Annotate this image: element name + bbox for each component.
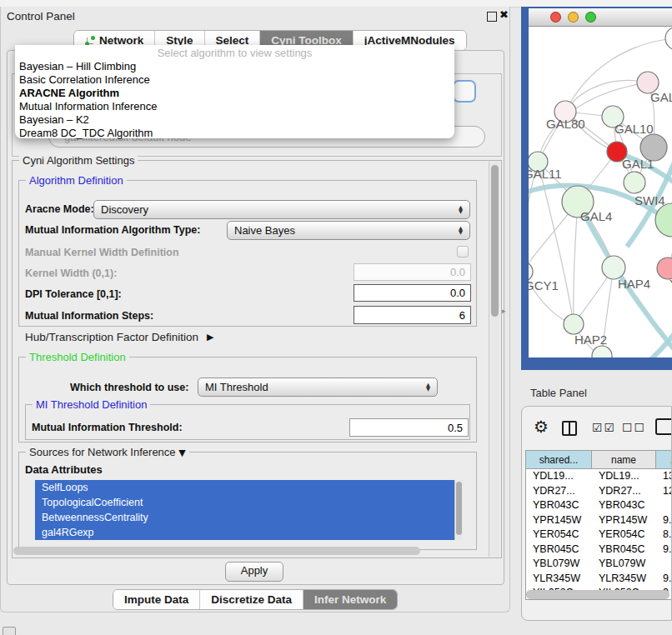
mi-type-combo[interactable]: Naive Bayes ▲▼ [227,221,470,240]
attribute-item-topologicalcoefficient[interactable]: TopologicalCoefficient [35,495,454,510]
manual-kernel-checkbox[interactable] [457,246,469,258]
tab-impute-data[interactable]: Impute Data [113,590,199,609]
table-cell: YBL079W [526,557,592,572]
table-cell: 8. [656,528,672,542]
table-hscrollbar[interactable] [526,590,669,599]
data-attributes-list: SelfLoopsTopologicalCoefficientBetweenne… [35,480,454,540]
table-cell: YBR045C [526,542,592,558]
table-row[interactable]: YLR345WYLR345W9. [526,572,672,587]
float-window-icon[interactable] [487,12,497,22]
which-threshold-combo[interactable]: MI Threshold ▲▼ [198,378,438,397]
dropdown-item-mutual-information-inference[interactable]: Mutual Information Inference [15,100,454,113]
table-row[interactable]: YPR145WYPR145W9. [526,513,672,528]
table-cell: 9. [656,572,672,587]
network-node-hap4[interactable] [602,256,625,279]
table-row[interactable]: YBL079WYBL079W [526,557,672,572]
network-node-label: HAP4 [618,277,650,291]
network-node-label: GAL11 [529,167,562,181]
splitter-handle-icon[interactable]: ▸ [502,307,506,315]
network-node[interactable] [665,27,672,50]
table-cell: YLR345W [592,572,656,587]
attribute-item-selfloops[interactable]: SelfLoops [35,480,454,495]
table-panel-title: Table Panel [530,387,587,399]
aracne-mode-combo[interactable]: Discovery ▲▼ [93,200,470,219]
tab-infer-network[interactable]: Infer Network [303,590,397,609]
settings-vscrollbar[interactable] [489,162,499,557]
column-header-name[interactable]: name [592,451,656,469]
table-cell: 9. [656,513,672,528]
table-cell: YLR345W [526,572,592,587]
network-view-window: GALGAL80GAL10GAL1GAL11GAL4SWI4GCY1HAP4YH… [521,7,672,370]
threshold-definition-title: Threshold Definition [26,351,129,363]
table-cell: YBL079W [592,557,656,572]
table-cell: YPR145W [592,513,656,528]
table-row[interactable]: YBR045CYBR045C9. [526,542,672,558]
collapse-arrow-icon[interactable]: ▼ [178,448,185,458]
table-cell: YER054C [526,528,592,542]
settings-group-title: Cyni Algorithm Settings [19,154,138,167]
tab-discretize-data[interactable]: Discretize Data [199,590,303,609]
apply-button[interactable]: Apply [225,562,283,582]
minimize-traffic-light-icon[interactable] [568,12,579,22]
network-node-label: GAL4 [580,209,612,223]
network-window-titlebar[interactable] [529,8,672,27]
network-node-swi4[interactable] [655,203,672,237]
zoom-traffic-light-icon[interactable] [585,12,596,22]
algorithm-combo-fragment[interactable] [453,80,476,102]
network-node-hap2[interactable] [564,314,584,334]
table-cell: YPR145W [526,513,592,528]
hub-definition-toggle[interactable]: Hub/Transcription Factor Definition ▶ [25,331,214,343]
dropdown-item-aracne-algorithm[interactable]: ARACNE Algorithm [15,87,454,100]
network-edge[interactable] [574,202,578,324]
network-canvas[interactable]: GALGAL80GAL10GAL1GAL11GAL4SWI4GCY1HAP4YH… [529,27,672,358]
sources-group-title: Sources for Network Inference ▼ [26,446,189,458]
attributes-scrollbar[interactable] [454,480,463,540]
attribute-item-betweennesscentrality[interactable]: BetweennessCentrality [35,510,454,525]
combo-arrows-icon: ▲▼ [459,227,463,235]
close-icon[interactable]: ✖ [499,8,509,21]
kernel-width-label: Kernel Width (0,1): [25,268,117,279]
table-cell [656,498,672,513]
table-cell: YBR043C [526,498,592,513]
table-cell: 9. [656,542,672,558]
network-node-label: HAP2 [574,332,607,347]
select-all-checkboxes-icon[interactable]: ☑☑ [592,421,616,434]
deselect-all-checkboxes-icon[interactable]: ☐☐ [622,421,646,434]
dropdown-item-dream8-dc-tdc-algorithm[interactable]: Dream8 DC_TDC Algorithm [15,127,454,140]
table-cell: YDL19... [592,469,656,484]
gear-icon[interactable]: ⚙ [534,417,549,437]
table-row[interactable]: YBR043CYBR043C [526,498,672,513]
dpi-tolerance-field[interactable]: 0.0 [354,284,471,302]
network-node-label: GCY1 [529,278,559,292]
manual-kernel-label: Manual Kernel Width Definition [25,247,179,258]
mi-steps-field[interactable]: 6 [354,306,471,324]
algorithm-definition-title: Algorithm Definition [26,174,127,187]
kernel-width-field[interactable]: 0.0 [354,263,471,281]
column-view-icon[interactable] [562,421,577,436]
table-cell [656,557,672,572]
network-node-label: GAL10 [614,122,654,136]
network-node[interactable] [592,346,612,358]
network-node-label: GAL [650,90,672,104]
table-row[interactable]: YER054CYER054C8. [526,528,672,542]
network-node-label: GAL1 [622,157,654,171]
mi-threshold-field[interactable]: 0.5 [349,418,469,437]
settings-hscrollbar[interactable] [13,547,420,555]
dropdown-item-basic-correlation-inference[interactable]: Basic Correlation Inference [15,73,454,87]
close-traffic-light-icon[interactable] [550,12,561,22]
network-node-gal1[interactable] [624,172,645,193]
table-cell: YDR27... [592,484,656,499]
attribute-item-gal4rgexp[interactable]: gal4RGexp [35,525,454,540]
table-row[interactable]: YDL19...YDL19...13 [526,469,672,484]
dropdown-item-bayesian-hill-climbing[interactable]: Bayesian – Hill Climbing [15,60,454,73]
dropdown-item-bayesian-k2[interactable]: Bayesian – K2 [15,113,454,127]
expand-arrow-icon: ▶ [207,332,213,342]
function-builder-icon[interactable] [655,418,672,435]
mi-threshold-label: Mutual Information Threshold: [32,422,183,433]
column-header-a[interactable]: A [656,451,672,469]
column-header-shared-[interactable]: shared... [526,451,592,469]
mi-type-label: Mutual Information Algorithm Type: [25,224,200,236]
table-row[interactable]: YDR27...YDR27...12 [526,484,672,499]
table-cell: 12 [656,484,672,499]
panel-corner-icon[interactable] [3,627,16,635]
